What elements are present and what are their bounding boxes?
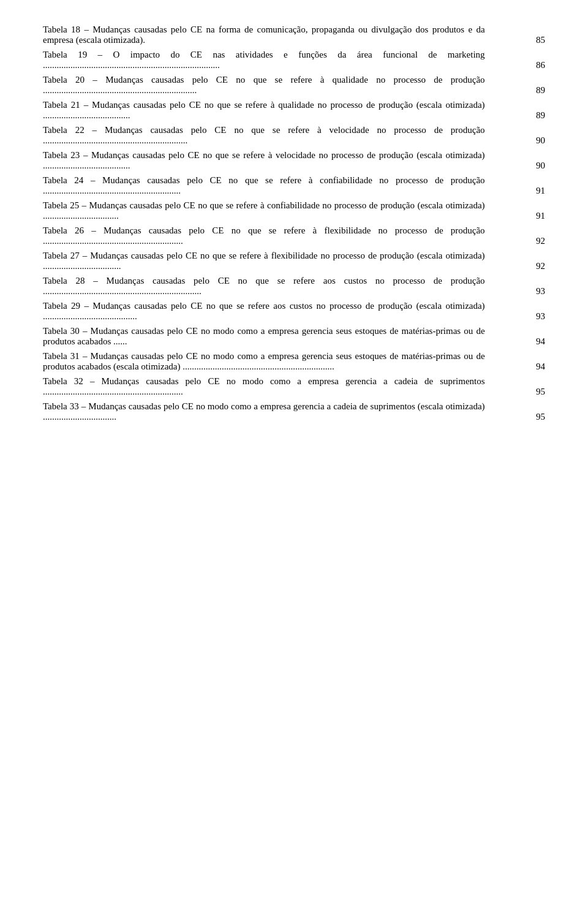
list-item: Tabela 28 – Mudanças causadas pelo CE no… [43, 276, 545, 297]
toc-dots-spacer [485, 301, 495, 322]
list-item: Tabela 29 – Mudanças causadas pelo CE no… [43, 301, 545, 322]
list-item: Tabela 26 – Mudanças causadas pelo CE no… [43, 225, 545, 246]
toc-entry-text: Tabela 33 – Mudanças causadas pelo CE no… [43, 401, 485, 422]
list-item: Tabela 32 – Mudanças causadas pelo CE no… [43, 376, 545, 397]
list-item: Tabela 25 – Mudanças causadas pelo CE no… [43, 200, 545, 221]
toc-page: 89 [495, 75, 545, 96]
toc-dots-spacer [485, 276, 495, 297]
list-item: Tabela 20 – Mudanças causadas pelo CE no… [43, 75, 545, 96]
list-item: Tabela 30 – Mudanças causadas pelo CE no… [43, 326, 545, 347]
toc-entry-text: Tabela 31 – Mudanças causadas pelo CE no… [43, 351, 485, 372]
toc-page: 95 [495, 376, 545, 397]
toc-entry-text: Tabela 27 – Mudanças causadas pelo CE no… [43, 251, 485, 271]
toc-page: 94 [495, 351, 545, 372]
toc-dots-spacer [485, 351, 495, 372]
list-item: Tabela 23 – Mudanças causadas pelo CE no… [43, 150, 545, 171]
list-item: Tabela 22 – Mudanças causadas pelo CE no… [43, 125, 545, 146]
toc-entry-text: Tabela 32 – Mudanças causadas pelo CE no… [43, 376, 485, 397]
toc-entry-text: Tabela 26 – Mudanças causadas pelo CE no… [43, 225, 485, 246]
list-item: Tabela 19 – O impacto do CE nas atividad… [43, 50, 545, 70]
toc-dots-spacer [485, 200, 495, 221]
toc-entry-text: Tabela 23 – Mudanças causadas pelo CE no… [43, 150, 485, 171]
list-item: Tabela 31 – Mudanças causadas pelo CE no… [43, 351, 545, 372]
toc-entry-text: Tabela 22 – Mudanças causadas pelo CE no… [43, 125, 485, 146]
toc-page: 91 [495, 200, 545, 221]
toc-page: 93 [495, 276, 545, 297]
toc-entry-text: Tabela 19 – O impacto do CE nas atividad… [43, 50, 485, 70]
toc-entry-text: Tabela 21 – Mudanças causadas pelo CE no… [43, 100, 485, 121]
toc-page: 90 [495, 125, 545, 146]
toc-container: Tabela 18 – Mudanças causadas pelo CE na… [43, 25, 545, 422]
toc-page: 91 [495, 175, 545, 196]
toc-dots-spacer [485, 251, 495, 271]
toc-dots-spacer [485, 100, 495, 121]
list-item: Tabela 18 – Mudanças causadas pelo CE na… [43, 25, 545, 45]
toc-dots-spacer [485, 125, 495, 146]
toc-page: 93 [495, 301, 545, 322]
toc-dots-spacer [485, 150, 495, 171]
toc-entry-text: Tabela 30 – Mudanças causadas pelo CE no… [43, 326, 485, 347]
toc-page: 89 [495, 100, 545, 121]
toc-page: 94 [495, 326, 545, 347]
toc-entry-text: Tabela 28 – Mudanças causadas pelo CE no… [43, 276, 485, 297]
list-item: Tabela 21 – Mudanças causadas pelo CE no… [43, 100, 545, 121]
list-item: Tabela 24 – Mudanças causadas pelo CE no… [43, 175, 545, 196]
toc-entry-text: Tabela 20 – Mudanças causadas pelo CE no… [43, 75, 485, 96]
toc-dots-spacer [485, 175, 495, 196]
toc-page: 85 [495, 25, 545, 45]
toc-dots-spacer [485, 326, 495, 347]
toc-dots-spacer [485, 376, 495, 397]
toc-dots-spacer [485, 50, 495, 70]
toc-page: 86 [495, 50, 545, 70]
list-item: Tabela 33 – Mudanças causadas pelo CE no… [43, 401, 545, 422]
toc-dots-spacer [485, 25, 495, 45]
toc-entry-text: Tabela 25 – Mudanças causadas pelo CE no… [43, 200, 485, 221]
toc-page: 90 [495, 150, 545, 171]
toc-dots-spacer [485, 225, 495, 246]
toc-page: 92 [495, 225, 545, 246]
toc-entry-text: Tabela 24 – Mudanças causadas pelo CE no… [43, 175, 485, 196]
toc-page: 95 [495, 401, 545, 422]
toc-page: 92 [495, 251, 545, 271]
toc-entry-text: Tabela 18 – Mudanças causadas pelo CE na… [43, 25, 485, 45]
list-item: Tabela 27 – Mudanças causadas pelo CE no… [43, 251, 545, 271]
toc-entry-text: Tabela 29 – Mudanças causadas pelo CE no… [43, 301, 485, 322]
toc-dots-spacer [485, 401, 495, 422]
toc-dots-spacer [485, 75, 495, 96]
